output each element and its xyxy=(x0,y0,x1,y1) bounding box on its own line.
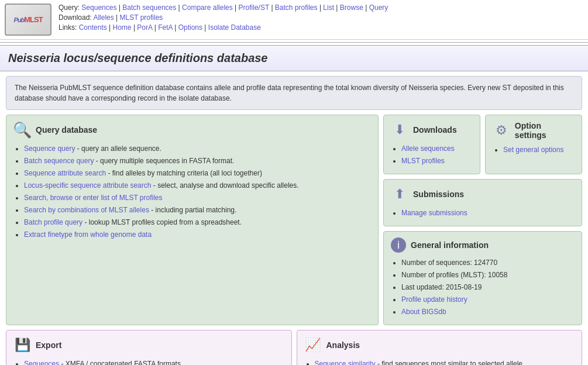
description-box: The Neisseria PubMLST sequence definitio… xyxy=(6,76,582,110)
search-combinations-link[interactable]: Search by combinations of MLST alleles xyxy=(24,206,149,214)
profile-update-history-link[interactable]: Profile update history xyxy=(401,295,467,304)
downloads-section-header: ⬇ Downloads xyxy=(391,121,473,139)
links-label: Links: xyxy=(59,23,77,32)
manage-submissions-link[interactable]: Manage submissions xyxy=(401,209,467,217)
query-database-panel: 🔍 Query database Sequence query - query … xyxy=(6,115,379,325)
links-nav-row: Links: Contents | Home | PorA | FetA | O… xyxy=(59,23,583,32)
set-general-options-link[interactable]: Set general options xyxy=(503,146,563,154)
query-section-heading: Query database xyxy=(36,125,97,135)
nav-link-pora[interactable]: PorA xyxy=(137,23,152,32)
allele-sequences-link[interactable]: Allele sequences xyxy=(401,144,455,153)
list-item: Batch sequence query - query multiple se… xyxy=(24,156,371,166)
export-heading: Export xyxy=(36,340,61,350)
submissions-section-header: ⬆ Submissions xyxy=(391,185,575,203)
extract-finetype-link[interactable]: Extract finetype from whole genome data xyxy=(24,230,152,239)
list-item: About BIGSdb xyxy=(401,307,575,317)
download-label: Download: xyxy=(59,13,92,22)
nav-link-mlst-profiles[interactable]: MLST profiles xyxy=(120,13,163,22)
download-icon: ⬇ xyxy=(391,121,408,139)
batch-profile-query-link[interactable]: Batch profile query xyxy=(24,218,82,226)
upload-icon: ⬆ xyxy=(391,185,408,203)
search-icon: 🔍 xyxy=(13,121,31,139)
nav-link-isolate-database[interactable]: Isolate Database xyxy=(208,23,261,32)
list-item: Locus-specific sequence attribute search… xyxy=(24,180,371,191)
export-section-header: 💾 Export xyxy=(13,336,284,354)
query-section-header: 🔍 Query database xyxy=(13,121,371,139)
nav-link-feta[interactable]: FetA xyxy=(158,23,173,32)
list-item: Extract finetype from whole genome data xyxy=(24,229,371,240)
analysis-heading: Analysis xyxy=(326,340,360,350)
general-info-panel: i General information Number of sequence… xyxy=(383,231,582,325)
list-item: Allele sequences xyxy=(401,143,473,154)
nav-link-options[interactable]: Options xyxy=(178,23,202,32)
downloads-panel: ⬇ Downloads Allele sequences MLST profil… xyxy=(383,115,480,174)
options-link-list: Set general options xyxy=(503,144,575,155)
main-grid: 🔍 Query database Sequence query - query … xyxy=(6,115,582,325)
sequence-query-link[interactable]: Sequence query xyxy=(24,144,75,153)
floppy-disk-icon: 💾 xyxy=(13,336,31,354)
nav-link-batch-profiles[interactable]: Batch profiles xyxy=(275,4,318,12)
search-browse-mlst-link[interactable]: Search, browse or enter list of MLST pro… xyxy=(24,194,163,202)
list-item: Batch profile query - lookup MLST profil… xyxy=(24,217,371,228)
analysis-panel: 📈 Analysis Sequence similarity - find se… xyxy=(297,330,583,365)
header: PubMLST Query: Sequences | Batch sequenc… xyxy=(0,0,588,40)
mlst-profiles-link[interactable]: MLST profiles xyxy=(401,157,445,165)
list-item: Sequence query - query an allele sequenc… xyxy=(24,143,371,154)
nav-link-query[interactable]: Query xyxy=(369,4,388,12)
nav-link-browse[interactable]: Browse xyxy=(340,4,363,12)
nav-link-home[interactable]: Home xyxy=(113,23,132,32)
submissions-link-list: Manage submissions xyxy=(401,208,575,218)
sequence-similarity-link[interactable]: Sequence similarity xyxy=(315,360,376,365)
page-title: Neisseria locus/sequence definitions dat… xyxy=(8,51,580,65)
nav-link-sequences[interactable]: Sequences xyxy=(81,4,116,12)
batch-sequence-query-link[interactable]: Batch sequence query xyxy=(24,157,94,165)
downloads-heading: Downloads xyxy=(413,125,457,135)
list-item: Search by combinations of MLST alleles -… xyxy=(24,205,371,215)
options-section-header: ⚙ Option settings xyxy=(493,121,575,140)
query-label: Query: xyxy=(59,4,80,12)
logo-area: PubMLST xyxy=(5,4,51,36)
sequence-attribute-search-link[interactable]: Sequence attribute search xyxy=(24,169,106,177)
options-heading: Option settings xyxy=(515,121,575,140)
list-item: Number of profiles (MLST): 10058 xyxy=(401,270,575,280)
logo[interactable]: PubMLST xyxy=(5,4,51,36)
nav-link-contents[interactable]: Contents xyxy=(79,23,107,32)
nav-link-compare-alleles[interactable]: Compare alleles xyxy=(182,4,233,12)
about-bigsdb-link[interactable]: About BIGSdb xyxy=(401,308,446,316)
general-info-heading: General information xyxy=(411,240,489,250)
list-item: Set general options xyxy=(503,144,575,155)
page-title-bar: Neisseria locus/sequence definitions dat… xyxy=(0,45,588,71)
general-info-section-header: i General information xyxy=(391,237,575,253)
top-right-row: ⬇ Downloads Allele sequences MLST profil… xyxy=(383,115,582,174)
downloads-link-list: Allele sequences MLST profiles xyxy=(401,143,473,166)
general-info-list: Number of sequences: 124770 Number of pr… xyxy=(401,257,575,317)
list-item: Last updated: 2015-08-19 xyxy=(401,282,575,292)
list-item: Profile update history xyxy=(401,294,575,305)
analysis-section-header: 📈 Analysis xyxy=(304,336,575,354)
gear-icon: ⚙ xyxy=(493,122,510,139)
chart-icon: 📈 xyxy=(304,336,322,354)
nav-link-profile-st[interactable]: Profile/ST xyxy=(239,4,269,12)
nav-link-alleles[interactable]: Alleles xyxy=(93,13,114,22)
list-item: Number of sequences: 124770 xyxy=(401,257,575,268)
submissions-panel: ⬆ Submissions Manage submissions xyxy=(383,179,582,226)
list-item: Sequence similarity - find sequences mos… xyxy=(315,359,575,365)
list-item: Search, browse or enter list of MLST pro… xyxy=(24,192,371,203)
submissions-heading: Submissions xyxy=(413,190,464,199)
analysis-link-list: Sequence similarity - find sequences mos… xyxy=(315,359,575,365)
export-link-list: Sequences - XMFA / concatenated FASTA fo… xyxy=(24,359,284,365)
download-nav-row: Download: Alleles | MLST profiles xyxy=(59,13,583,22)
list-item: Sequences - XMFA / concatenated FASTA fo… xyxy=(24,359,284,365)
bottom-grid: 💾 Export Sequences - XMFA / concatenated… xyxy=(6,330,582,365)
list-item: Sequence attribute search - find alleles… xyxy=(24,168,371,178)
nav-link-list[interactable]: List xyxy=(323,4,334,12)
description-text: The Neisseria PubMLST sequence definitio… xyxy=(15,82,573,104)
options-panel: ⚙ Option settings Set general options xyxy=(485,115,582,174)
locus-specific-search-link[interactable]: Locus-specific sequence attribute search xyxy=(24,181,151,190)
list-item: Manage submissions xyxy=(401,208,575,218)
export-panel: 💾 Export Sequences - XMFA / concatenated… xyxy=(6,330,292,365)
sequences-export-link[interactable]: Sequences xyxy=(24,360,59,365)
nav-link-batch-sequences[interactable]: Batch sequences xyxy=(122,4,176,12)
right-panel: ⬇ Downloads Allele sequences MLST profil… xyxy=(383,115,582,325)
list-item: MLST profiles xyxy=(401,156,473,166)
